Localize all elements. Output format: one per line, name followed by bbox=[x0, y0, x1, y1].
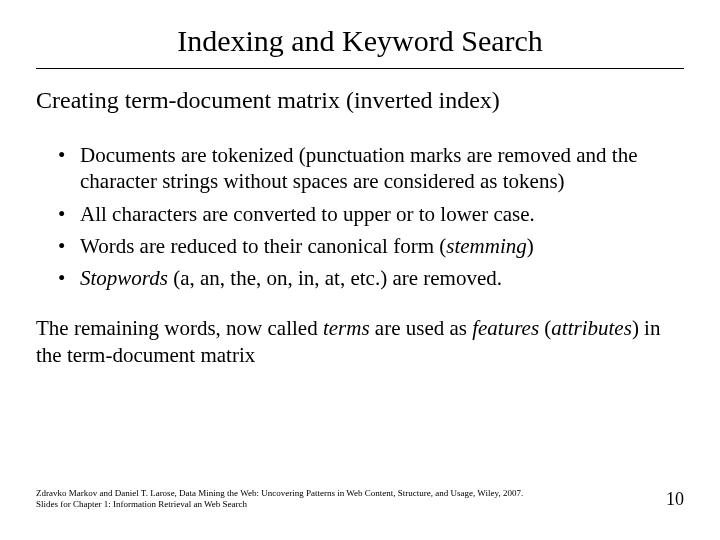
footer-line-2: Slides for Chapter 1: Information Retrie… bbox=[36, 499, 523, 510]
closing-attributes: attributes bbox=[551, 316, 632, 340]
bullet-4-stopwords: Stopwords bbox=[80, 266, 168, 290]
bullet-item-4: Stopwords (a, an, the, on, in, at, etc.)… bbox=[58, 265, 680, 291]
bullet-2-text: All characters are converted to upper or… bbox=[80, 202, 535, 226]
bullet-3-pre: Words are reduced to their canonical for… bbox=[80, 234, 446, 258]
closing-terms: terms bbox=[323, 316, 370, 340]
bullet-item-1: Documents are tokenized (punctuation mar… bbox=[58, 142, 680, 195]
closing-5: ( bbox=[539, 316, 551, 340]
bullet-item-3: Words are reduced to their canonical for… bbox=[58, 233, 680, 259]
closing-text: The remaining words, now called terms ar… bbox=[36, 315, 684, 368]
bullet-4-rest: (a, an, the, on, in, at, etc.) are remov… bbox=[168, 266, 502, 290]
bullet-3-stemming: stemming bbox=[446, 234, 527, 258]
title-divider bbox=[36, 68, 684, 69]
bullet-list: Documents are tokenized (punctuation mar… bbox=[58, 142, 680, 291]
slide-title: Indexing and Keyword Search bbox=[0, 0, 720, 68]
footer-line-1: Zdravko Markov and Daniel T. Larose, Dat… bbox=[36, 488, 523, 499]
footer: Zdravko Markov and Daniel T. Larose, Dat… bbox=[36, 488, 684, 511]
page-number: 10 bbox=[666, 489, 684, 510]
closing-features: features bbox=[472, 316, 539, 340]
bullet-1-text: Documents are tokenized bbox=[80, 143, 299, 167]
bullet-item-2: All characters are converted to upper or… bbox=[58, 201, 680, 227]
closing-3: are used as bbox=[370, 316, 473, 340]
footer-credit: Zdravko Markov and Daniel T. Larose, Dat… bbox=[36, 488, 523, 511]
slide: Indexing and Keyword Search Creating ter… bbox=[0, 0, 720, 540]
closing-1: The remaining words, now called bbox=[36, 316, 323, 340]
bullet-3-post: ) bbox=[527, 234, 534, 258]
slide-subtitle: Creating term-document matrix (inverted … bbox=[36, 87, 684, 114]
